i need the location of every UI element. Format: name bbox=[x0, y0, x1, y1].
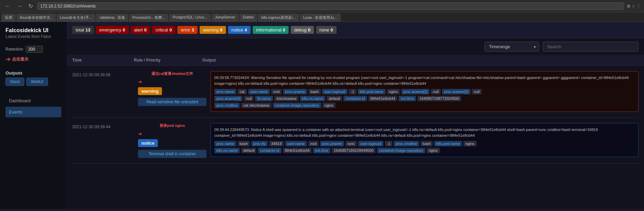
tag-key: evt.time bbox=[313, 148, 330, 153]
filter-notice[interactable]: notice 4 bbox=[228, 26, 251, 34]
tag-key: evt.time bbox=[399, 96, 416, 101]
events-list: 2021-12-30 09:39:58 通过cat查看shadow文件 ➔ wa… bbox=[67, 66, 644, 164]
tags-row-2: proc.name bash proc.tty 34819 user.name … bbox=[214, 141, 635, 146]
outputs-section: Outputs Slack WebUI bbox=[5, 70, 61, 86]
sidebar-item-dashboard[interactable]: Dashboard bbox=[5, 95, 61, 106]
tag-val: bash bbox=[308, 89, 321, 94]
tab-linux1[interactable]: linux命令在线中文.. bbox=[16, 14, 56, 22]
tag-val: -1 bbox=[385, 141, 392, 146]
tags-row-1: proc.name cat user.name root proc.pname … bbox=[214, 89, 635, 94]
sidebar-item-events[interactable]: Events bbox=[5, 107, 61, 117]
webui-button[interactable]: WebUI bbox=[26, 78, 48, 86]
slack-button[interactable]: Slack bbox=[5, 78, 24, 86]
filter-bar: total 13 emergency 0 alert 0 critical 0 … bbox=[67, 22, 644, 38]
tab-luna[interactable]: Luna - 欢迎使用Ju... bbox=[300, 14, 341, 22]
tag-val: null bbox=[244, 96, 254, 101]
tag-key: proc.pname bbox=[283, 89, 307, 94]
tab-pg[interactable]: PostgreSQL: Linux... bbox=[169, 14, 211, 22]
filter-informational-label: informational bbox=[256, 27, 281, 32]
tag-key: user.loginuid bbox=[358, 141, 383, 146]
tag-val: /etc/shadow bbox=[274, 96, 299, 101]
tag-val: default bbox=[241, 148, 256, 153]
tag-key: container.image.repository bbox=[377, 148, 425, 153]
tag-val: cat bbox=[238, 89, 247, 94]
annotation-text: 点击显示 bbox=[12, 56, 28, 62]
search-input[interactable] bbox=[543, 42, 639, 52]
event-output-1: 09:39:58.773024424: Warning Sensitive fi… bbox=[211, 71, 639, 112]
tag-key: user.name bbox=[248, 89, 270, 94]
filter-error-count: 3 bbox=[192, 27, 194, 32]
filter-informational-count: 0 bbox=[283, 27, 285, 32]
tab-dubbo[interactable]: Dubbo bbox=[239, 14, 257, 22]
filter-emergency[interactable]: emergency 0 bbox=[96, 26, 129, 34]
filter-critical[interactable]: critical 0 bbox=[152, 26, 175, 34]
tag-val: 984e51e8cb44 bbox=[283, 148, 312, 153]
annotation-2: 登录pod nginx bbox=[138, 123, 206, 128]
rule-name-1[interactable]: Read sensitive file untrusted bbox=[138, 98, 206, 106]
tab-jump[interactable]: JumpServer bbox=[212, 14, 239, 22]
filter-total-count: 13 bbox=[86, 27, 90, 32]
tags-row-2b: k8s.ns.name default container.id 984e51e… bbox=[214, 148, 635, 153]
tag-val: bash bbox=[420, 141, 433, 146]
tag-key: k8s.ns.name bbox=[214, 148, 240, 153]
annotation-1: 通过cat查看shadow文件 bbox=[138, 71, 206, 76]
arrow-icon-2: ➔ bbox=[138, 131, 142, 136]
filter-emergency-label: emergency bbox=[99, 27, 121, 32]
event-time-1: 2021-12-30 09:39:58 bbox=[72, 71, 134, 77]
priority-badge-1[interactable]: warning bbox=[138, 87, 162, 95]
url-bar[interactable]: 172.16.2.52:30802/ui/#/events bbox=[37, 2, 624, 10]
arrow-icon-1: ➔ bbox=[138, 79, 142, 84]
filter-total-label: total bbox=[76, 27, 84, 32]
app-title: Falcosidekick UI bbox=[5, 27, 61, 34]
filter-none[interactable]: none 0 bbox=[316, 26, 337, 34]
tag-val: default bbox=[327, 96, 342, 101]
filter-notice-label: notice bbox=[231, 27, 243, 32]
arrow-icon: ➔ bbox=[5, 55, 11, 63]
back-button[interactable]: ← bbox=[3, 2, 12, 10]
tag-key: proc.aname[2] bbox=[401, 89, 429, 94]
filter-informational[interactable]: informational 0 bbox=[253, 26, 289, 34]
tag-key: k8s.pod.name bbox=[434, 141, 462, 146]
filter-critical-count: 0 bbox=[169, 27, 172, 32]
retention-input[interactable] bbox=[26, 46, 43, 53]
tag-val: null bbox=[431, 89, 441, 94]
filter-alert-label: alert bbox=[134, 27, 143, 32]
filter-debug[interactable]: debug 0 bbox=[291, 26, 314, 34]
filter-total[interactable]: total 13 bbox=[72, 26, 94, 34]
tag-val: root bbox=[308, 141, 319, 146]
tag-val: 34819 bbox=[269, 141, 284, 146]
app-subtitle: Latest Events from Falco bbox=[5, 34, 61, 39]
output-text-1: 09:39:58.773024424: Warning Sensitive fi… bbox=[214, 75, 635, 86]
filter-warning[interactable]: warning 6 bbox=[200, 26, 226, 34]
rule-name-2[interactable]: Terminal shell in container bbox=[138, 150, 206, 158]
tag-key: k8s.ns.name bbox=[300, 96, 325, 101]
filter-debug-count: 0 bbox=[308, 27, 310, 32]
tag-val: cat /etc/shadow bbox=[241, 103, 271, 108]
browser-chrome: ← → ↻ 172.16.2.52:30802/ui/#/events ⊞ ☆ … bbox=[0, 0, 644, 12]
tag-val: bash bbox=[238, 141, 250, 146]
reload-button[interactable]: ↻ bbox=[27, 2, 35, 10]
priority-badge-2[interactable]: notice bbox=[138, 139, 158, 147]
filter-error[interactable]: error 3 bbox=[177, 26, 198, 34]
forward-button[interactable]: → bbox=[15, 2, 24, 10]
event-rule-2: 登录pod nginx ➔ notice Terminal shell in c… bbox=[138, 123, 206, 158]
tag-key: container.image.repository bbox=[273, 103, 321, 108]
tag-val: 1640857198773024500 bbox=[417, 96, 461, 101]
tab-linux2[interactable]: Linux命令大全(手... bbox=[56, 14, 96, 22]
tag-val: nginx bbox=[323, 103, 336, 108]
filter-debug-label: debug bbox=[294, 27, 306, 32]
outputs-label: Outputs bbox=[5, 70, 61, 76]
tab-k8s[interactable]: k8s ingress原理及i... bbox=[258, 14, 299, 22]
tab-processon[interactable]: ProcessOn - 免费... bbox=[129, 14, 168, 22]
tag-key: proc.cmdline bbox=[394, 141, 419, 146]
nav-menu: Dashboard Events bbox=[5, 95, 61, 117]
filter-none-label: none bbox=[319, 27, 329, 32]
event-time-2: 2021-12-30 09:39:44 bbox=[72, 123, 134, 129]
tab-rabbit[interactable]: rabbitmq · 语雀 bbox=[96, 14, 128, 22]
timerange-select[interactable]: Timerange bbox=[484, 42, 539, 52]
filter-notice-count: 4 bbox=[244, 27, 247, 32]
main-content: total 13 emergency 0 alert 0 critical 0 … bbox=[67, 22, 644, 209]
tab-app[interactable]: 应用 bbox=[1, 14, 16, 22]
filter-warning-label: warning bbox=[203, 27, 219, 32]
filter-alert[interactable]: alert 0 bbox=[131, 26, 150, 34]
